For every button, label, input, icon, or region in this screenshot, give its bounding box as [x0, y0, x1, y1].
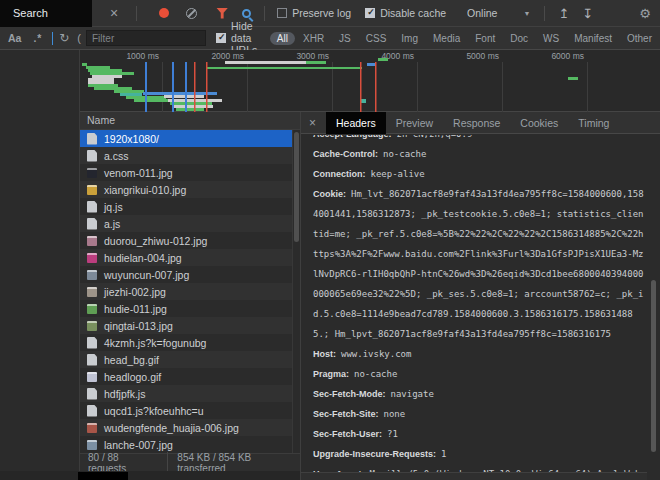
search-drawer-body — [0, 50, 80, 471]
svg-text:3000 ms: 3000 ms — [296, 51, 329, 61]
request-row[interactable]: wuyuncun-007.jpg — [80, 266, 300, 283]
header-entry: Sec-Fetch-Sitenone — [313, 403, 645, 423]
header-value: ?1 — [387, 429, 398, 439]
export-har-icon[interactable]: ↧ — [582, 6, 593, 21]
filter-type-media[interactable]: Media — [426, 32, 467, 45]
request-name: lanche-007.jpg — [104, 439, 173, 451]
filter-type-xhr[interactable]: XHR — [296, 32, 331, 45]
regex-icon[interactable]: .* — [33, 32, 42, 44]
header-name: Cache-Control — [313, 149, 378, 159]
request-row[interactable]: xiangrikui-010.jpg — [80, 181, 300, 198]
header-name: Cookie — [313, 189, 346, 199]
request-row[interactable]: hdfjpfk.js — [80, 385, 300, 402]
request-row[interactable]: 4kzmh.js?k=fogunubg — [80, 334, 300, 351]
tab-response[interactable]: Response — [443, 112, 510, 134]
request-name: hudielan-004.jpg — [104, 252, 182, 264]
header-entry: Hostwww.ivsky.com — [313, 343, 645, 363]
network-filter-input[interactable] — [86, 30, 206, 46]
tab-timing[interactable]: Timing — [568, 112, 619, 134]
toolbar-separator — [136, 6, 137, 21]
filter-bar: Aa .* ↻ ( Hide data URLs AllXHRJSCSSImgM… — [0, 27, 660, 50]
request-details-pane: × HeadersPreviewResponseCookiesTiming Ac… — [300, 112, 660, 480]
request-row[interactable]: lanche-007.jpg — [80, 436, 300, 453]
header-name: Host — [313, 349, 336, 359]
settings-gear-icon[interactable]: ⚙ — [639, 6, 651, 21]
request-name: headlogo.gif — [104, 371, 161, 383]
image-file-icon — [87, 253, 97, 263]
toolbar-separator — [544, 6, 545, 21]
image-file-icon — [87, 287, 97, 297]
request-row[interactable]: headlogo.gif — [80, 368, 300, 385]
tab-headers[interactable]: Headers — [326, 112, 386, 134]
chevron-down-icon: ▼ — [523, 10, 530, 17]
header-entry: Pragmano-cache — [313, 363, 645, 383]
tab-preview[interactable]: Preview — [386, 112, 443, 134]
filter-funnel-icon[interactable] — [216, 8, 228, 19]
request-row[interactable]: jq.js — [80, 198, 300, 215]
close-details-icon[interactable]: × — [309, 116, 316, 130]
header-entry: CookieHm_lvt_862071acf8e9faf43a13fd4ea79… — [313, 183, 645, 343]
request-name: hdfjpfk.js — [104, 388, 145, 400]
request-row[interactable]: a.js — [80, 215, 300, 232]
request-row[interactable]: duorou_zhiwu-012.jpg — [80, 232, 300, 249]
header-value: no-cache — [383, 149, 426, 159]
match-case-icon[interactable]: Aa — [8, 32, 21, 44]
header-entry: Sec-Fetch-Modenavigate — [313, 383, 645, 403]
preserve-log-checkbox[interactable] — [277, 8, 287, 18]
filter-type-all[interactable]: All — [270, 32, 295, 45]
request-row[interactable]: jiezhi-002.jpg — [80, 283, 300, 300]
tab-cookies[interactable]: Cookies — [510, 112, 568, 134]
header-value: no-cache — [354, 369, 397, 379]
network-overview[interactable]: 1000 ms2000 ms3000 ms4000 ms5000 ms6000 … — [80, 50, 660, 112]
import-har-icon[interactable]: ↥ — [558, 6, 569, 21]
request-row[interactable]: wudengfende_huajia-006.jpg — [80, 419, 300, 436]
filter-type-font[interactable]: Font — [468, 32, 502, 45]
drawer-close-icon[interactable]: × — [110, 6, 118, 20]
image-file-icon — [87, 321, 97, 331]
filter-type-img[interactable]: Img — [394, 32, 425, 45]
request-name: wudengfende_huajia-006.jpg — [104, 422, 239, 434]
filter-type-other[interactable]: Other — [620, 32, 659, 45]
request-row[interactable]: a.css — [80, 147, 300, 164]
request-row[interactable]: 1920x1080/ — [80, 130, 300, 147]
request-row[interactable]: uqcd1.js?kfoeuhhc=u — [80, 402, 300, 419]
image-file-icon — [87, 372, 97, 382]
record-icon[interactable] — [159, 8, 169, 18]
request-row[interactable]: venom-011.jpg — [80, 164, 300, 181]
document-file-icon — [87, 405, 97, 417]
filter-type-ws[interactable]: WS — [536, 32, 566, 45]
list-scrollbar[interactable] — [292, 130, 300, 453]
svg-text:1000 ms: 1000 ms — [126, 51, 159, 61]
filter-type-manifest[interactable]: Manifest — [567, 32, 619, 45]
disable-cache-checkbox[interactable] — [365, 8, 375, 18]
svg-text:5000 ms: 5000 ms — [466, 51, 499, 61]
header-name: Sec-Fetch-User — [313, 429, 382, 439]
hide-data-urls-checkbox[interactable] — [216, 33, 226, 43]
request-row[interactable]: hudielan-004.jpg — [80, 249, 300, 266]
image-file-icon — [87, 270, 97, 280]
drawer-tab-search[interactable]: Search — [0, 0, 92, 27]
request-row[interactable]: qingtai-013.jpg — [80, 317, 300, 334]
request-row[interactable]: hudie-011.jpg — [80, 300, 300, 317]
document-file-icon — [87, 337, 97, 349]
clear-icon[interactable] — [186, 8, 197, 19]
filter-type-doc[interactable]: Doc — [503, 32, 535, 45]
name-column-header[interactable]: Name — [80, 112, 300, 130]
filter-type-js[interactable]: JS — [332, 32, 358, 45]
header-entry: Upgrade-Insecure-Requests1 — [313, 443, 645, 463]
request-row[interactable]: head_bg.gif — [80, 351, 300, 368]
main-toolbar: Search × Preserve log Disable cache Onli… — [0, 0, 660, 27]
filter-type-css[interactable]: CSS — [359, 32, 394, 45]
search-icon[interactable] — [242, 9, 251, 18]
refresh-icon[interactable]: ↻ — [59, 31, 69, 45]
header-value: www.ivsky.com — [341, 349, 411, 359]
bottom-strip — [0, 471, 300, 480]
header-name: Connection — [313, 169, 366, 179]
header-name: Sec-Fetch-Mode — [313, 389, 386, 399]
clear-search-icon[interactable]: ( — [77, 32, 81, 44]
header-value: keep-alive — [371, 169, 425, 179]
throttling-select[interactable]: Online ▼ — [462, 7, 530, 19]
list-scrollbar-thumb[interactable] — [294, 132, 299, 242]
details-scrollbar-thumb[interactable] — [651, 280, 656, 452]
request-name: a.css — [104, 150, 129, 162]
